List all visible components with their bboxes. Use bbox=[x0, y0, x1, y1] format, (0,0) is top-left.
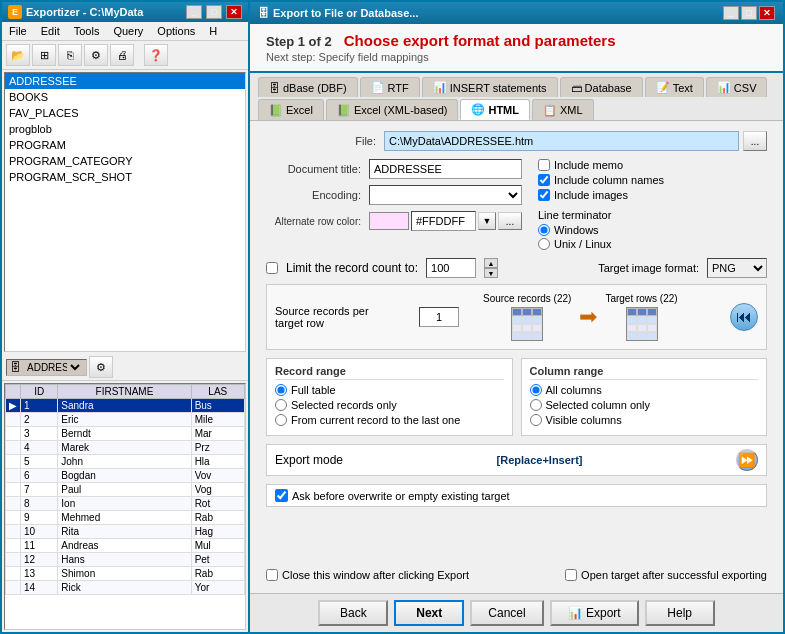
table-select[interactable]: ADDRESSEE bbox=[23, 361, 83, 374]
table-row[interactable]: 9MehmedRab bbox=[6, 511, 245, 525]
menu-edit[interactable]: Edit bbox=[38, 24, 63, 38]
menu-tools[interactable]: Tools bbox=[71, 24, 103, 38]
step-indicator: Step 1 of 2 bbox=[266, 34, 332, 49]
toolbar-help[interactable]: ❓ bbox=[144, 44, 168, 66]
tree-item-books[interactable]: BOOKS bbox=[5, 89, 245, 105]
tab-xml[interactable]: 📋 XML bbox=[532, 99, 594, 120]
export-mode-label: Export mode bbox=[275, 453, 343, 467]
menu-h[interactable]: H bbox=[206, 24, 220, 38]
close-after-checkbox[interactable] bbox=[266, 569, 278, 581]
toolbar-grid[interactable]: ⊞ bbox=[32, 44, 56, 66]
export-btn-icon: 📊 bbox=[568, 606, 583, 620]
limit-count-checkbox[interactable] bbox=[266, 262, 278, 274]
back-button[interactable]: Back bbox=[318, 600, 388, 626]
tab-dbase[interactable]: 🗄 dBase (DBF) bbox=[258, 77, 358, 97]
export-button[interactable]: 📊 Export bbox=[550, 600, 639, 626]
windows-radio[interactable] bbox=[538, 224, 550, 236]
encoding-label: Encoding: bbox=[266, 189, 361, 201]
selected-column-radio[interactable] bbox=[530, 399, 542, 411]
selected-records-radio[interactable] bbox=[275, 399, 287, 411]
table-row[interactable]: 4MarekPrz bbox=[6, 441, 245, 455]
include-memo-checkbox[interactable] bbox=[538, 159, 550, 171]
unix-radio[interactable] bbox=[538, 238, 550, 250]
table-row[interactable]: ▶1SandraBus bbox=[6, 399, 245, 413]
table-row[interactable]: 2EricMile bbox=[6, 413, 245, 427]
selected-column-label: Selected column only bbox=[546, 399, 651, 411]
column-range-box: Column range All columns Selected column… bbox=[521, 358, 768, 436]
text-icon: 📝 bbox=[656, 81, 670, 94]
toolbar-script[interactable]: ⚙ bbox=[84, 44, 108, 66]
tab-rtf[interactable]: 📄 RTF bbox=[360, 77, 420, 97]
table-row[interactable]: 12HansPet bbox=[6, 553, 245, 567]
table-row[interactable]: 7PaulVog bbox=[6, 483, 245, 497]
table-row[interactable]: 3BerndtMar bbox=[6, 427, 245, 441]
table-row[interactable]: 13ShimonRab bbox=[6, 567, 245, 581]
source-per-row-label: Source records per target row bbox=[275, 305, 395, 329]
dialog-minimize-btn[interactable]: _ bbox=[723, 6, 739, 20]
menu-query[interactable]: Query bbox=[110, 24, 146, 38]
tree-item-program[interactable]: PROGRAM bbox=[5, 137, 245, 153]
menu-options[interactable]: Options bbox=[154, 24, 198, 38]
step-heading: Choose export format and parameters bbox=[344, 32, 616, 49]
table-row[interactable]: 11AndreasMul bbox=[6, 539, 245, 553]
dialog-close-btn[interactable]: ✕ bbox=[759, 6, 775, 20]
limit-spin-up[interactable]: ▲ bbox=[484, 258, 498, 268]
color-picker-btn[interactable]: ... bbox=[498, 212, 522, 230]
limit-count-input[interactable] bbox=[426, 258, 476, 278]
tab-excel-xml[interactable]: 📗 Excel (XML-based) bbox=[326, 99, 459, 120]
doc-title-input[interactable] bbox=[369, 159, 522, 179]
include-images-label: Include images bbox=[554, 189, 628, 201]
table-row[interactable]: 14RickYor bbox=[6, 581, 245, 595]
excel-icon: 📗 bbox=[269, 104, 283, 117]
help-button[interactable]: Help bbox=[645, 600, 715, 626]
reset-source-btn[interactable]: ⏮ bbox=[730, 303, 758, 331]
table-row[interactable]: 8IonRot bbox=[6, 497, 245, 511]
include-column-names-checkbox[interactable] bbox=[538, 174, 550, 186]
tree-item-program-scr-shot[interactable]: PROGRAM_SCR_SHOT bbox=[5, 169, 245, 185]
toolbar-copy[interactable]: ⎘ bbox=[58, 44, 82, 66]
ask-overwrite-checkbox[interactable] bbox=[275, 489, 288, 502]
app-title: Exportizer - C:\MyData bbox=[26, 6, 143, 18]
from-current-radio[interactable] bbox=[275, 414, 287, 426]
toolbar-print[interactable]: 🖨 bbox=[110, 44, 134, 66]
limit-spin-down[interactable]: ▼ bbox=[484, 268, 498, 278]
table-row[interactable]: 5JohnHla bbox=[6, 455, 245, 469]
color-dropdown-btn[interactable]: ▼ bbox=[478, 212, 496, 230]
data-grid: ID FIRSTNAME LAS ▶1SandraBus 2EricMile 3… bbox=[4, 383, 246, 630]
source-per-row-input[interactable] bbox=[419, 307, 459, 327]
maximize-btn[interactable]: □ bbox=[206, 5, 222, 19]
export-mode-btn[interactable]: ⏩ bbox=[736, 449, 758, 471]
all-columns-radio[interactable] bbox=[530, 384, 542, 396]
tab-text[interactable]: 📝 Text bbox=[645, 77, 704, 97]
dialog-maximize-btn[interactable]: □ bbox=[741, 6, 757, 20]
encoding-select[interactable] bbox=[369, 185, 522, 205]
table-row[interactable]: 6BogdanVov bbox=[6, 469, 245, 483]
tab-csv[interactable]: 📊 CSV bbox=[706, 77, 768, 97]
open-target-checkbox[interactable] bbox=[565, 569, 577, 581]
tab-html[interactable]: 🌐 HTML bbox=[460, 99, 530, 120]
browse-button[interactable]: ... bbox=[743, 131, 767, 151]
data-nav-btn[interactable]: ⚙ bbox=[89, 356, 113, 378]
toolbar-new[interactable]: 📂 bbox=[6, 44, 30, 66]
tree-item-addressee[interactable]: ADDRESSEE bbox=[5, 73, 245, 89]
next-button[interactable]: Next bbox=[394, 600, 464, 626]
menu-file[interactable]: File bbox=[6, 24, 30, 38]
app-close-btn[interactable]: ✕ bbox=[226, 5, 242, 19]
minimize-btn[interactable]: _ bbox=[186, 5, 202, 19]
file-path-input[interactable] bbox=[384, 131, 739, 151]
table-row[interactable]: 10RitaHag bbox=[6, 525, 245, 539]
tab-insert[interactable]: 📊 INSERT statements bbox=[422, 77, 558, 97]
tree-item-progblob[interactable]: progblob bbox=[5, 121, 245, 137]
cancel-button[interactable]: Cancel bbox=[470, 600, 543, 626]
tab-excel[interactable]: 📗 Excel bbox=[258, 99, 324, 120]
tree-item-program-category[interactable]: PROGRAM_CATEGORY bbox=[5, 153, 245, 169]
tree-item-fav-places[interactable]: FAV_PLACES bbox=[5, 105, 245, 121]
visible-columns-radio[interactable] bbox=[530, 414, 542, 426]
full-table-radio[interactable] bbox=[275, 384, 287, 396]
target-format-select[interactable]: PNG bbox=[707, 258, 767, 278]
alt-row-color-input[interactable] bbox=[411, 211, 476, 231]
open-target-label: Open target after successful exporting bbox=[581, 569, 767, 581]
excel-xml-icon: 📗 bbox=[337, 104, 351, 117]
include-images-checkbox[interactable] bbox=[538, 189, 550, 201]
tab-database[interactable]: 🗃 Database bbox=[560, 77, 643, 97]
